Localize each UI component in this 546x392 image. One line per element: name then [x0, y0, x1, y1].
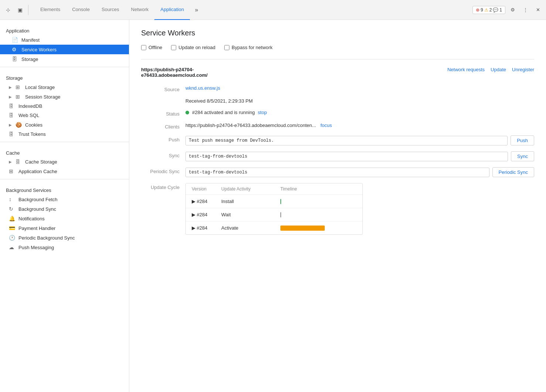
update-on-reload-checkbox-label[interactable]: Update on reload	[171, 45, 215, 50]
status-text: #284 activated and is running	[192, 110, 255, 115]
sync-label: Sync	[141, 151, 185, 158]
sidebar-item-trust-tokens[interactable]: 🗄 Trust Tokens	[0, 130, 129, 139]
settings-icon[interactable]: ⚙	[508, 5, 518, 15]
close-icon[interactable]: ✕	[533, 5, 543, 15]
expand-icon-4: ▶	[9, 160, 12, 164]
status-row: Status #284 activated and is running sto…	[141, 110, 534, 117]
push-row: Push Push	[141, 135, 534, 145]
sidebar-item-periodic-bg-sync[interactable]: 🕐 Periodic Background Sync	[0, 233, 129, 243]
activity-activate: Activate	[221, 225, 280, 231]
message-icon: 💬	[493, 7, 498, 13]
local-storage-icon: ⊞	[16, 84, 22, 90]
storage-icon: 🗄	[12, 56, 18, 62]
sidebar-item-application-cache-label: Application Cache	[18, 169, 57, 174]
sidebar-item-indexeddb-label: IndexedDB	[18, 103, 42, 109]
version-activate[interactable]: ▶ #284	[192, 225, 221, 231]
periodic-sync-button[interactable]: Periodic Sync	[492, 167, 534, 177]
sidebar-item-payment-handler[interactable]: 💳 Payment Handler	[0, 223, 129, 233]
sidebar-item-local-storage[interactable]: ▶ ⊞ Local Storage	[0, 82, 129, 92]
stop-link[interactable]: stop	[258, 110, 267, 115]
sidebar-item-manifest-label: Manifest	[21, 37, 40, 43]
warning-count: 2	[489, 7, 492, 13]
update-cycle-value: Version Update Activity Timeline ▶ #284 …	[185, 183, 534, 235]
sidebar-item-push-messaging[interactable]: ☁ Push Messaging	[0, 243, 129, 252]
source-file-link[interactable]: wknd.us.ensw.js	[185, 85, 220, 91]
device-icon[interactable]: ▣	[15, 5, 25, 15]
toolbar-icons: ⊹ ▣	[3, 5, 30, 15]
tab-sources[interactable]: Sources	[96, 0, 125, 20]
sync-value: Sync	[185, 151, 534, 161]
service-workers-icon: ⚙	[12, 47, 18, 52]
offline-checkbox-label[interactable]: Offline	[141, 45, 162, 50]
tab-elements[interactable]: Elements	[34, 0, 66, 20]
timeline-wait	[280, 212, 356, 217]
col-version: Version	[192, 186, 221, 192]
col-timeline: Timeline	[280, 186, 356, 192]
uc-header: Version Update Activity Timeline	[186, 183, 362, 195]
toolbar-right: ⊗ 9 ⚠ 2 💬 1 ⚙ ⋮ ✕	[472, 5, 543, 15]
sidebar-item-cookies[interactable]: ▶ 🍪 Cookies	[0, 120, 129, 130]
sidebar-item-indexeddb[interactable]: 🗄 IndexedDB	[0, 102, 129, 111]
clients-row: Clients https://publish-p24704-e76433.ad…	[141, 123, 534, 130]
update-on-reload-label: Update on reload	[178, 45, 215, 50]
content-area: Service Workers Offline Update on reload…	[129, 20, 546, 392]
sidebar-item-application-cache[interactable]: ⊞ Application Cache	[0, 166, 129, 176]
sync-button[interactable]: Sync	[511, 151, 534, 161]
update-on-reload-checkbox[interactable]	[171, 45, 176, 50]
cursor-icon[interactable]: ⊹	[3, 5, 13, 15]
update-cycle-row: Update Cycle Version Update Activity Tim…	[141, 183, 534, 235]
service-worker-entry: https://publish-p24704- e76433.adobeaemc…	[141, 67, 534, 235]
col-activity: Update Activity	[221, 186, 280, 192]
update-link[interactable]: Update	[491, 67, 506, 72]
sw-url-line1: https://publish-p24704-	[141, 67, 194, 72]
sidebar-item-cache-storage[interactable]: ▶ 🗄 Cache Storage	[0, 157, 129, 166]
push-button[interactable]: Push	[511, 135, 534, 145]
tab-application[interactable]: Application	[154, 0, 190, 20]
sidebar-item-notifications[interactable]: 🔔 Notifications	[0, 214, 129, 223]
sidebar-item-payment-handler-label: Payment Handler	[18, 226, 55, 231]
bypass-checkbox-label[interactable]: Bypass for network	[224, 45, 273, 50]
version-wait[interactable]: ▶ #284	[192, 212, 221, 217]
push-value: Push	[185, 135, 534, 145]
sidebar-item-session-storage[interactable]: ▶ ⊞ Session Storage	[0, 92, 129, 102]
unregister-link[interactable]: Unregister	[512, 67, 534, 72]
section-background-header: Background Services	[0, 182, 129, 195]
tab-console[interactable]: Console	[66, 0, 96, 20]
tab-list: Elements Console Sources Network Applica…	[34, 0, 190, 20]
sidebar-item-service-workers[interactable]: ⚙ Service Workers	[0, 45, 129, 54]
update-cycle-table: Version Update Activity Timeline ▶ #284 …	[185, 183, 363, 235]
sidebar-item-bg-sync[interactable]: ↻ Background Sync	[0, 204, 129, 214]
sidebar-item-local-storage-label: Local Storage	[25, 85, 55, 90]
bg-sync-icon: ↻	[9, 206, 16, 212]
expand-icon-3: ▶	[9, 123, 12, 127]
received-value: Received 8/5/2021, 2:29:33 PM	[185, 98, 534, 104]
periodic-sync-input[interactable]	[185, 168, 489, 177]
push-input[interactable]	[185, 136, 508, 145]
section-cache-header: Cache	[0, 145, 129, 157]
sw-url-row: https://publish-p24704- e76433.adobeaemc…	[141, 67, 534, 78]
error-icon: ⊗	[476, 7, 480, 13]
table-row-wait: ▶ #284 Wait	[186, 208, 362, 221]
sidebar-item-manifest[interactable]: 📄 Manifest	[0, 35, 129, 45]
network-requests-link[interactable]: Network requests	[447, 67, 485, 72]
version-install[interactable]: ▶ #284	[192, 199, 221, 204]
sidebar-item-storage[interactable]: 🗄 Storage	[0, 54, 129, 64]
payment-handler-icon: 💳	[9, 225, 16, 231]
clients-value: https://publish-p24704-e76433.adobeaemcl…	[185, 123, 534, 128]
status-indicator: #284 activated and is running stop	[185, 110, 534, 115]
received-label	[141, 98, 185, 100]
sidebar-item-session-storage-label: Session Storage	[25, 94, 60, 100]
sidebar-item-periodic-bg-sync-label: Periodic Background Sync	[18, 235, 75, 241]
more-tabs-button[interactable]: »	[191, 5, 202, 15]
sidebar-item-bg-fetch[interactable]: ↕ Background Fetch	[0, 195, 129, 204]
sidebar-item-web-sql-label: Web SQL	[18, 113, 39, 118]
sidebar-item-web-sql[interactable]: 🗄 Web SQL	[0, 111, 129, 120]
tab-network[interactable]: Network	[125, 0, 155, 20]
sync-input[interactable]	[185, 152, 508, 161]
errors-badge[interactable]: ⊗ 9 ⚠ 2 💬 1	[472, 6, 505, 14]
focus-link[interactable]: focus	[320, 123, 332, 128]
source-value: wknd.us.ensw.js	[185, 85, 534, 91]
more-options-icon[interactable]: ⋮	[520, 5, 530, 15]
bypass-checkbox[interactable]	[224, 45, 229, 50]
offline-checkbox[interactable]	[141, 45, 146, 50]
